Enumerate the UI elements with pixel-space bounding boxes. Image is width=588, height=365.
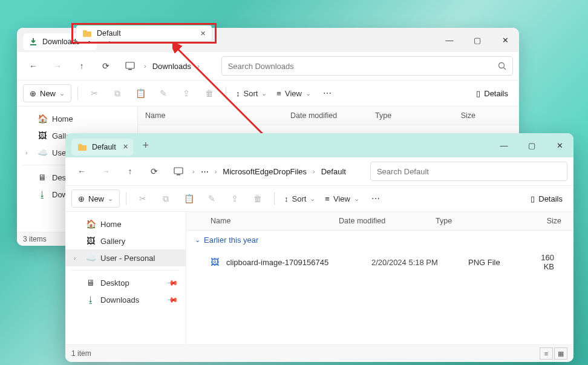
details-view-button[interactable]: ≡: [540, 347, 553, 360]
breadcrumb-segment[interactable]: Default: [319, 167, 348, 176]
search-icon[interactable]: [498, 62, 506, 70]
maximize-button[interactable]: ▢: [463, 28, 491, 52]
add-icon: ⊕: [78, 194, 85, 203]
download-icon: ⭳: [38, 189, 47, 199]
nav-home[interactable]: 🏠 Home: [17, 110, 137, 127]
gallery-icon: 🖼: [86, 236, 96, 246]
search-input[interactable]: [228, 62, 494, 71]
col-size[interactable]: Size: [495, 212, 573, 230]
gallery-icon: 🖼: [38, 131, 47, 140]
breadcrumb-segment[interactable]: Downloads: [150, 62, 194, 71]
cut-button[interactable]: ✂: [84, 83, 105, 104]
this-pc-icon[interactable]: [120, 56, 140, 76]
forward-button[interactable]: →: [96, 161, 116, 182]
overflow-icon[interactable]: ⋯: [198, 167, 211, 176]
copy-button[interactable]: ⧉: [155, 188, 176, 209]
new-label: New: [88, 194, 104, 203]
file-date: 2/20/2024 5:18 PM: [371, 258, 468, 267]
chevron-right-icon: ›: [313, 168, 315, 175]
close-button[interactable]: ✕: [546, 133, 573, 157]
nav-label: User - Personal: [100, 254, 155, 263]
col-type[interactable]: Type: [368, 107, 434, 125]
col-size[interactable]: Size: [434, 107, 483, 125]
col-name[interactable]: Name: [138, 107, 283, 125]
svg-rect-2: [128, 69, 132, 70]
nav-home[interactable]: 🏠 Home: [65, 215, 186, 232]
delete-button[interactable]: 🗑: [199, 83, 220, 104]
rename-button[interactable]: ✎: [201, 188, 222, 209]
col-type[interactable]: Type: [428, 212, 495, 230]
nav-gallery[interactable]: 🖼 Gallery: [65, 232, 186, 249]
search-input[interactable]: [377, 167, 561, 176]
close-icon[interactable]: ✕: [123, 143, 128, 151]
minimize-button[interactable]: —: [436, 28, 463, 52]
nav-downloads[interactable]: ⭳ Downloads 📌: [65, 291, 186, 308]
col-date[interactable]: Date modified: [283, 107, 368, 125]
nav-onedrive[interactable]: › ☁️ User - Personal: [65, 249, 186, 266]
tiles-view-button[interactable]: ▦: [554, 347, 567, 360]
divider: [71, 270, 180, 271]
window-controls: — ▢ ✕: [436, 28, 519, 52]
refresh-button[interactable]: ⟳: [144, 161, 165, 182]
up-button[interactable]: ↑: [120, 161, 140, 182]
paste-button[interactable]: 📋: [178, 188, 199, 209]
navigation-pane: 🏠 Home 🖼 Gallery › ☁️ User - Personal 🖥 …: [65, 212, 186, 344]
cloud-icon: ☁️: [86, 253, 96, 263]
address-bar: ← → ↑ ⟳ › ⋯ › MicrosoftEdgeDropFiles › D…: [65, 157, 573, 186]
separator: [126, 192, 126, 205]
cut-button[interactable]: ✂: [132, 188, 153, 209]
chevron-right-icon: ›: [144, 62, 146, 70]
column-headers: Name Date modified Type Size: [186, 212, 573, 231]
nav-desktop[interactable]: 🖥 Desktop 📌: [65, 274, 186, 291]
group-header[interactable]: ⌄ Earlier this year: [186, 231, 573, 249]
search-box[interactable]: [370, 162, 567, 181]
share-button[interactable]: ⇪: [176, 83, 197, 104]
forward-button[interactable]: →: [47, 56, 68, 76]
view-button[interactable]: ≡ View ⌄: [321, 189, 363, 208]
home-icon: 🏠: [86, 219, 96, 229]
nav-label: Gallery: [100, 237, 125, 246]
minimize-button[interactable]: —: [490, 133, 518, 157]
search-box[interactable]: [221, 56, 513, 76]
sort-button[interactable]: ↕ Sort ⌄: [281, 189, 319, 208]
col-name[interactable]: Name: [186, 212, 332, 230]
detached-tab: Default ✕: [76, 25, 212, 41]
new-button[interactable]: ⊕ New ⌄: [71, 189, 120, 208]
back-button[interactable]: ←: [71, 161, 92, 182]
details-pane-button[interactable]: ▯ Details: [471, 89, 513, 98]
up-button[interactable]: ↑: [71, 56, 92, 76]
nav-label: Home: [52, 114, 73, 123]
copy-button[interactable]: ⧉: [107, 83, 128, 104]
maximize-button[interactable]: ▢: [518, 133, 546, 157]
rename-button[interactable]: ✎: [153, 83, 174, 104]
refresh-button[interactable]: ⟳: [96, 56, 116, 76]
sort-button[interactable]: ↕ Sort ⌄: [232, 84, 270, 102]
col-date[interactable]: Date modified: [332, 212, 428, 230]
pin-icon[interactable]: 📌: [166, 294, 179, 306]
this-pc-icon[interactable]: [168, 161, 189, 182]
chevron-right-icon[interactable]: ›: [74, 255, 80, 261]
chevron-right-icon[interactable]: ›: [25, 150, 31, 156]
svg-line-4: [504, 68, 506, 70]
breadcrumb-segment[interactable]: MicrosoftEdgeDropFiles: [220, 167, 309, 176]
paste-button[interactable]: 📋: [130, 83, 151, 104]
share-button[interactable]: ⇪: [224, 188, 245, 209]
tab-label: Downloads: [42, 38, 80, 46]
close-button[interactable]: ✕: [491, 28, 519, 52]
new-button[interactable]: ⊕ New ⌄: [23, 84, 71, 102]
more-button[interactable]: ⋯: [365, 188, 386, 209]
pin-icon[interactable]: 📌: [166, 277, 179, 289]
delete-button[interactable]: 🗑: [247, 188, 268, 209]
chevron-down-icon: ⌄: [310, 195, 315, 203]
image-file-icon: 🖼: [211, 257, 220, 267]
details-pane-button[interactable]: ▯ Details: [526, 194, 567, 203]
file-row[interactable]: 🖼 clipboard-image-1709156745 2/20/2024 5…: [186, 249, 573, 275]
back-button[interactable]: ←: [23, 56, 44, 76]
view-button[interactable]: ≡ View ⌄: [273, 84, 315, 102]
status-text: 1 item: [71, 349, 91, 358]
chevron-down-icon: ⌄: [261, 90, 267, 97]
tab-default[interactable]: Default ✕: [71, 139, 133, 156]
new-tab-button[interactable]: +: [133, 139, 159, 152]
details-icon: ▯: [476, 89, 480, 98]
more-button[interactable]: ⋯: [317, 83, 338, 104]
